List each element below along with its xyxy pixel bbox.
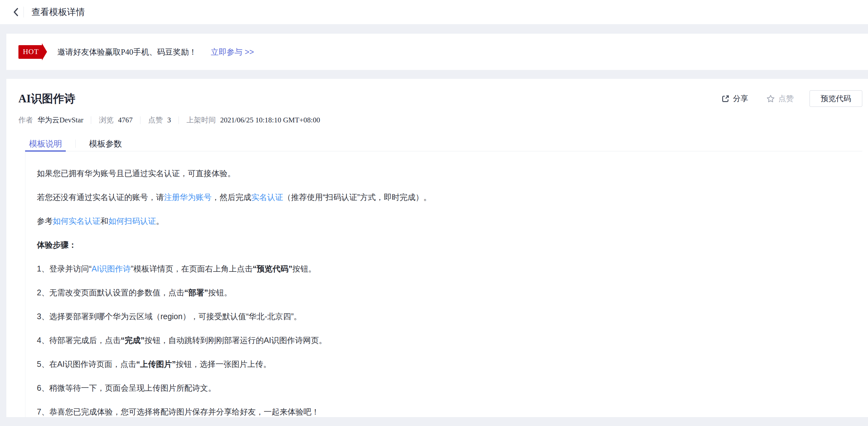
text-run: 体验步骤： [37,240,76,249]
title-actions: 分享 点赞 预览代码 [721,90,862,107]
paragraph: 5、在AI识图作诗页面，点击“上传图片”按钮，选择一张图片上传。 [37,359,862,369]
meta-label: 点赞 [148,115,163,125]
paragraph: 7、恭喜您已完成体验，您可选择将配诗图片保存并分享给好友，一起来体验吧！ [37,406,862,417]
text-run: ”模板详情页，在页面右上角上点击 [131,264,253,273]
tab-template-parameters[interactable]: 模板参数 [85,136,126,151]
text-run: 。 [156,217,164,225]
text-run: 按钮。 [208,288,232,297]
text-run: 按钮，自动跳转到刚刚部署运行的AI识图作诗网页。 [145,336,327,345]
text-run: 参考 [37,217,53,225]
inline-link[interactable]: 如何实名认证 [53,217,100,225]
paragraph: 4、待部署完成后，点击“完成”按钮，自动跳转到刚刚部署运行的AI识图作诗网页。 [37,335,862,346]
external-link-icon [721,94,730,103]
meta-item: 点赞3 [148,115,171,125]
meta-value: 4767 [118,116,132,124]
star-icon [766,94,775,103]
text-run: 7、恭喜您已完成体验，您可选择将配诗图片保存并分享给好友，一起来体验吧！ [37,407,319,416]
paragraph: 6、稍微等待一下，页面会呈现上传图片所配诗文。 [37,382,862,393]
back-button[interactable] [9,6,22,19]
text-run: 5、在AI识图作诗页面，点击 [37,360,136,368]
text-run: 2、无需改变页面默认设置的参数值，点击 [37,288,184,297]
paragraph: 3、选择要部署到哪个华为云区域（region），可接受默认值“华北-北京四”。 [37,311,862,322]
meta-separator [140,116,141,124]
share-label: 分享 [733,93,748,104]
text-run: （推荐使用“扫码认证”方式，即时完成）。 [283,193,431,202]
meta-item: 浏览4767 [99,115,132,125]
inline-link[interactable]: 实名认证 [251,193,283,202]
header-divider [24,7,24,18]
text-run: “完成” [121,336,145,345]
text-run: 和 [100,217,108,225]
meta-row: 作者华为云DevStar浏览4767点赞3上架时间2021/06/25 10:1… [19,115,862,125]
inline-link[interactable]: 注册华为账号 [164,193,212,202]
share-button[interactable]: 分享 [721,93,748,104]
template-detail-card: AI识图作诗 分享 点赞 [6,79,868,417]
text-run: 4、待部署完成后，点击 [37,336,121,345]
like-button[interactable]: 点赞 [766,93,794,104]
meta-item: 作者华为云DevStar [19,115,83,125]
meta-separator [179,116,179,124]
paragraph: 若您还没有通过实名认证的账号，请注册华为账号，然后完成实名认证（推荐使用“扫码认… [37,192,862,202]
text-run: “预览代码” [253,264,292,273]
preview-code-button[interactable]: 预览代码 [810,90,862,107]
meta-label: 上架时间 [186,115,216,125]
text-run: “部署” [184,288,208,297]
promo-banner: HOT 邀请好友体验赢取P40手机、码豆奖励！ 立即参与 >> [6,34,868,70]
paragraph: 体验步骤： [37,239,862,250]
top-header: 查看模板详情 [0,0,868,24]
page-title: 查看模板详情 [31,6,85,18]
meta-value: 2021/06/25 10:18:10 GMT+08:00 [220,116,320,124]
paragraph: 参考如何实名认证和如何扫码认证。 [37,216,862,226]
text-run: 1、登录并访问“ [37,264,92,273]
paragraph: 2、无需改变页面默认设置的参数值，点击“部署”按钮。 [37,287,862,298]
meta-label: 浏览 [99,115,114,125]
chevron-left-icon [12,7,20,17]
text-run: 如果您已拥有华为账号且已通过实名认证，可直接体验。 [37,169,236,178]
paragraph: 1、登录并访问“AI识图作诗”模板详情页，在页面右上角上点击“预览代码”按钮。 [37,263,862,274]
banner-text: 邀请好友体验赢取P40手机、码豆奖励！ [57,47,197,57]
tab-template-description[interactable]: 模板说明 [25,136,66,151]
meta-item: 上架时间2021/06/25 10:18:10 GMT+08:00 [186,115,320,125]
tabs-bar: 模板说明模板参数 [25,136,862,151]
meta-value: 3 [167,116,171,124]
inline-link[interactable]: 如何扫码认证 [108,217,156,225]
paragraph: 如果您已拥有华为账号且已通过实名认证，可直接体验。 [37,168,862,179]
inline-link[interactable]: AI识图作诗 [92,264,131,273]
text-run: 按钮，选择一张图片上传。 [176,360,271,368]
content-paragraphs: 如果您已拥有华为账号且已通过实名认证，可直接体验。若您还没有通过实名认证的账号，… [25,151,862,426]
template-title: AI识图作诗 [19,91,75,106]
like-label: 点赞 [778,93,794,104]
meta-separator [91,116,91,124]
text-run: 3、选择要部署到哪个华为云区域（region），可接受默认值“华北-北京四”。 [37,312,302,321]
text-run: ，然后完成 [212,193,251,202]
hot-badge-icon: HOT [19,43,47,60]
hot-badge-label: HOT [19,45,42,59]
meta-value: 华为云DevStar [37,115,83,125]
text-run: 按钮。 [292,264,316,273]
hot-badge-arrow [42,43,47,60]
text-run: 6、稍微等待一下，页面会呈现上传图片所配诗文。 [37,384,216,392]
join-now-link[interactable]: 立即参与 >> [211,47,254,57]
tab-separator [75,140,75,148]
meta-label: 作者 [19,115,33,125]
text-run: 若您还没有通过实名认证的账号，请 [37,193,164,202]
text-run: “上传图片” [136,360,176,368]
title-row: AI识图作诗 分享 点赞 [19,90,862,107]
